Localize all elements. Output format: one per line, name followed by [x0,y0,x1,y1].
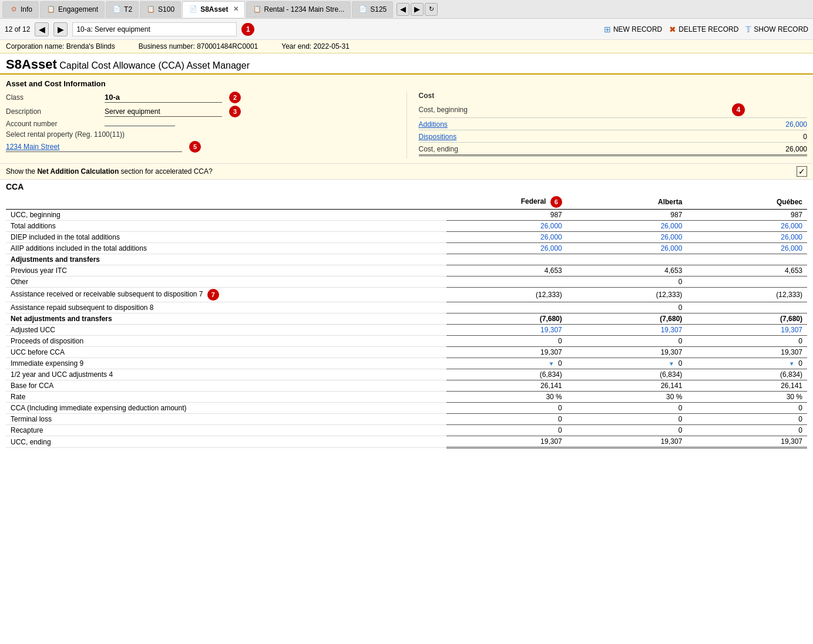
cca-row-alberta: 26,000 [567,221,687,232]
class-field-row: Class 10-a 2 [6,92,395,103]
rental-value-row: 1234 Main Street 5 [6,141,395,153]
tab-s8asset[interactable]: 📄 S8Asset ✕ [182,1,244,18]
cca-table-row: Rate30 %30 %30 % [6,392,807,403]
dispositions-label[interactable]: Dispositions [419,133,457,141]
s125-icon: 📄 [358,5,368,14]
cca-row-label: Immediate expensing 9 [6,358,446,369]
class-value: 10-a [105,93,222,103]
badge-2[interactable]: 2 [229,92,241,103]
cca-row-label: Previous year ITC [6,265,446,277]
business-number-label: Business number: [139,42,195,50]
cca-row-label: Adjustments and transfers [6,254,446,265]
net-addition-text-after: section for accelerated CCA? [119,167,212,176]
cost-header-row: Cost [419,92,808,101]
net-addition-checkbox[interactable]: ✓ [797,166,807,177]
page-title: S8Asset Capital Cost Allowance (CCA) Ass… [6,57,250,72]
s8asset-icon: 📄 [189,5,198,14]
cca-table-header-row: Federal 6 Alberta Québec [6,195,807,210]
cca-row-label: Rate [6,392,446,403]
cca-table-row: DIEP included in the total additions26,0… [6,232,807,243]
cca-row-quebec: ▼ 0 [687,358,807,369]
tab-s125[interactable]: 📄 S125 [352,1,393,18]
cca-row-federal: (6,834) [446,369,567,380]
page-title-bar: S8Asset Capital Cost Allowance (CCA) Ass… [0,53,813,75]
tab-info[interactable]: ⊙ Info [2,1,39,18]
account-number-field-row: Account number [6,120,395,128]
record-name-input[interactable] [72,22,237,36]
cca-table-row: AIIP additions included in the total add… [6,243,807,254]
badge-6-header[interactable]: 6 [550,196,562,208]
cca-row-alberta: 26,141 [567,380,687,392]
badge-1[interactable]: 1 [241,23,254,36]
cca-row-alberta: 26,000 [567,232,687,243]
cca-row-federal: 4,653 [446,265,567,277]
record-nav-bar: 12 of 12 ◀ ▶ 1 ⊞ NEW RECORD ✖ DELETE REC… [0,19,813,40]
badge-5[interactable]: 5 [189,141,201,153]
delete-record-label: DELETE RECORD [678,25,738,33]
cca-row-federal: 0 [446,403,567,414]
cca-row-label: DIEP included in the total additions [6,232,446,243]
rental-value[interactable]: 1234 Main Street [6,143,182,152]
cca-col-alberta: Alberta [567,195,687,210]
corp-name-value: Brenda's Blinds [66,42,115,50]
new-record-icon: ⊞ [604,25,611,34]
corp-name-label: Corporation name: [6,42,64,50]
dispositions-row: Dispositions 0 [419,133,808,143]
cca-row-federal: 30 % [446,392,567,403]
show-record-label: SHOW RECORD [754,25,808,33]
cca-row-alberta: 19,307 [567,436,687,448]
tab-s100-label: S100 [158,5,174,14]
new-record-button[interactable]: ⊞ NEW RECORD [604,25,662,34]
delete-record-icon: ✖ [669,25,676,34]
cca-row-federal [446,277,567,288]
page-title-main: S8Asset [6,57,57,72]
tab-nav-refresh[interactable]: ↻ [425,3,438,16]
cca-table-row: Adjustments and transfers [6,254,807,265]
tab-rental[interactable]: 📋 Rental - 1234 Main Stre... [246,1,351,18]
cca-table-row: Recapture000 [6,425,807,436]
cca-table-row: UCC, ending19,30719,30719,307 [6,436,807,448]
badge-7[interactable]: 7 [207,289,219,301]
tab-nav-next[interactable]: ▶ [411,3,424,16]
description-label: Description [6,107,100,116]
cca-row-federal: 26,000 [446,221,567,232]
new-record-label: NEW RECORD [613,25,662,33]
info-icon: ⊙ [9,5,18,14]
badge-3[interactable]: 3 [229,106,241,117]
nav-prev-btn[interactable]: ◀ [35,22,49,36]
cca-table-row: Terminal loss000 [6,414,807,425]
cca-row-quebec: 19,307 [687,325,807,336]
badge-4[interactable]: 4 [732,103,745,116]
cca-row-quebec: 26,000 [687,243,807,254]
cca-row-alberta: (7,680) [567,313,687,325]
net-addition-label: Show the Net Addition Calculation sectio… [6,167,213,176]
cca-col-federal: Federal 6 [446,195,567,210]
cca-row-alberta: 0 [567,336,687,347]
additions-row: Additions 26,000 [419,120,808,130]
cca-row-federal: 26,141 [446,380,567,392]
cca-row-federal: 19,307 [446,347,567,358]
cost-header-label: Cost [419,92,435,100]
description-value: Server equipment [105,107,222,117]
show-record-icon: 𝕋 [745,25,751,34]
cca-row-label: Other [6,277,446,288]
tab-engagement[interactable]: 📋 Engagement [40,1,105,18]
additions-label[interactable]: Additions [419,120,448,129]
cca-row-alberta: (12,333) [567,288,687,302]
delete-record-button[interactable]: ✖ DELETE RECORD [669,25,738,34]
cca-table-row: UCC, beginning987987987 [6,210,807,221]
rental-icon: 📋 [253,5,262,14]
tab-s8asset-close[interactable]: ✕ [233,5,238,13]
cca-row-federal [446,254,567,265]
cca-table-row: Immediate expensing 9▼ 0▼ 0▼ 0 [6,358,807,369]
business-number-value: 870001484RC0001 [197,42,258,50]
account-number-value [105,125,175,126]
tab-s100[interactable]: 📋 S100 [140,1,181,18]
cca-row-alberta: 19,307 [567,325,687,336]
tab-t2[interactable]: 📄 T2 [106,1,139,18]
tab-nav-prev[interactable]: ◀ [397,3,409,16]
show-record-button[interactable]: 𝕋 SHOW RECORD [745,25,808,34]
cca-row-federal: 0 [446,336,567,347]
nav-next-btn[interactable]: ▶ [53,22,68,36]
corp-name-section: Corporation name: Brenda's Blinds [6,42,115,50]
